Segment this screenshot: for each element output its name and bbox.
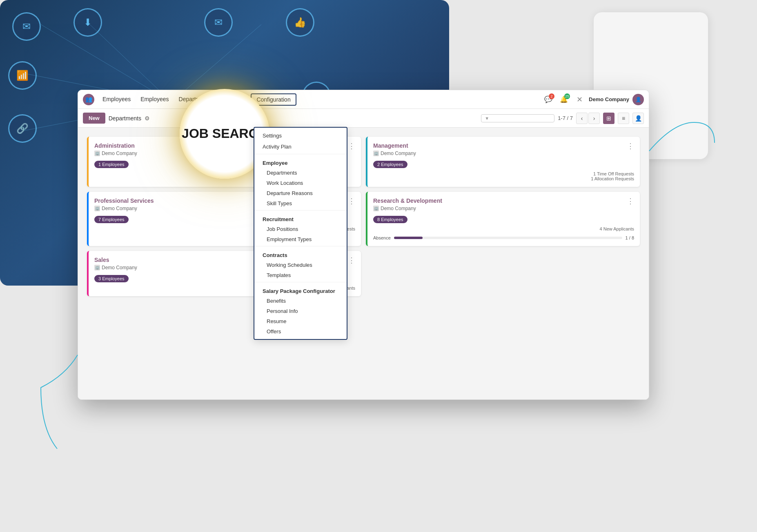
- menu-templates[interactable]: Templates: [254, 270, 347, 280]
- menu-personal-info[interactable]: Personal Info: [254, 306, 347, 316]
- sales-company-name: Demo Company: [102, 265, 137, 270]
- app-logo: 👥: [83, 94, 94, 105]
- section-recruitment: Recruitment: [254, 212, 347, 224]
- section-salary: Salary Package Configurator: [254, 284, 347, 296]
- menu-departments[interactable]: Departments: [254, 168, 347, 178]
- sales-emp-badge[interactable]: 3 Employees: [94, 275, 129, 282]
- nav-right-area: 💬 2 🔔 25 ✕ Demo Company 👤: [542, 93, 644, 106]
- card-management-company: 🏢 Demo Company: [373, 151, 634, 156]
- card-rd-header: Research & Development ⋮: [373, 197, 634, 204]
- navbar: 👥 Employees Employees Departments Report…: [78, 90, 649, 109]
- card-sales-title[interactable]: Sales: [94, 257, 109, 263]
- menu-settings[interactable]: Settings: [254, 130, 347, 141]
- search-container: ▼: [481, 114, 554, 122]
- absence-count: 1 / 8: [626, 235, 634, 240]
- card-professional-more[interactable]: ⋮: [348, 197, 355, 205]
- rd-emp-badge[interactable]: 8 Employees: [373, 216, 407, 223]
- menu-work-locations[interactable]: Work Locations: [254, 178, 347, 188]
- notif-badge: 25: [564, 93, 570, 99]
- divider-2: [254, 210, 347, 211]
- card-administration-title[interactable]: Administration: [94, 142, 135, 149]
- management-requests: 1 Time Off Requests 1 Allocation Request…: [373, 171, 634, 181]
- management-allocation: 1 Allocation Requests: [373, 176, 634, 181]
- absence-fill: [394, 237, 423, 239]
- card-professional-title[interactable]: Professional Services: [94, 197, 154, 204]
- section-contracts: Contracts: [254, 248, 347, 260]
- svg-text:👥: 👥: [85, 96, 93, 103]
- management-emp-badge[interactable]: 2 Employees: [373, 161, 407, 168]
- app-window: 👥 Employees Employees Departments Report…: [78, 90, 649, 400]
- menu-departure-reasons[interactable]: Departure Reasons: [254, 188, 347, 198]
- divider-3: [254, 246, 347, 246]
- config-dropdown-menu: Settings Activity Plan Employee Departme…: [254, 127, 347, 340]
- card-rd-title[interactable]: Research & Development: [373, 197, 442, 204]
- avatar-icon: 👤: [635, 97, 641, 102]
- rd-absence-bar: Absence 1 / 8: [373, 235, 634, 240]
- nav-employees-main[interactable]: Employees: [98, 90, 136, 109]
- rd-company-icon: 🏢: [373, 206, 379, 211]
- card-administration-more[interactable]: ⋮: [348, 142, 355, 150]
- settings-gear-icon[interactable]: ⚙: [145, 115, 150, 122]
- nav-employees-sub[interactable]: Employees: [136, 90, 174, 109]
- card-management-more[interactable]: ⋮: [627, 142, 634, 150]
- menu-offers[interactable]: Offers: [254, 326, 347, 337]
- menu-employment-types[interactable]: Employment Types: [254, 234, 347, 244]
- kanban-grid: Administration ⋮ 🏢 Demo Company 1 Employ…: [78, 128, 649, 399]
- section-employee: Employee: [254, 156, 347, 168]
- absence-label: Absence: [373, 235, 391, 240]
- card-sales-more[interactable]: ⋮: [348, 257, 355, 264]
- professional-company-icon: 🏢: [94, 206, 100, 211]
- activity-view-button[interactable]: 👤: [632, 113, 644, 124]
- user-avatar[interactable]: 👤: [632, 94, 644, 105]
- card-research-development: Research & Development ⋮ 🏢 Demo Company …: [366, 192, 640, 246]
- card-rd-company: 🏢 Demo Company: [373, 206, 634, 211]
- pagination-controls: ‹ ›: [576, 113, 600, 124]
- company-icon: 🏢: [94, 151, 100, 156]
- management-company-name: Demo Company: [381, 151, 416, 156]
- close-button[interactable]: ✕: [573, 93, 586, 106]
- card-rd-more[interactable]: ⋮: [627, 197, 634, 205]
- card-management: Management ⋮ 🏢 Demo Company 2 Employees …: [366, 137, 640, 187]
- professional-emp-badge[interactable]: 7 Employees: [94, 216, 129, 223]
- menu-resume[interactable]: Resume: [254, 316, 347, 326]
- professional-company-name: Demo Company: [102, 206, 137, 211]
- next-page-button[interactable]: ›: [588, 113, 600, 124]
- list-view-button[interactable]: ≡: [618, 113, 629, 124]
- notification-button[interactable]: 🔔 25: [558, 93, 570, 106]
- card-management-header: Management ⋮: [373, 142, 634, 149]
- chat-button[interactable]: 💬 2: [542, 93, 554, 106]
- divider-4: [254, 282, 347, 282]
- menu-working-schedules[interactable]: Working Schedules: [254, 260, 347, 270]
- kanban-view-button[interactable]: ⊞: [603, 113, 615, 124]
- administration-company-name: Demo Company: [102, 151, 137, 156]
- pagination-info: 1-7 / 7: [558, 115, 573, 121]
- card-management-title[interactable]: Management: [373, 142, 408, 149]
- chat-badge: 2: [549, 93, 554, 99]
- prev-page-button[interactable]: ‹: [576, 113, 588, 124]
- view-label: Departments: [109, 115, 141, 122]
- menu-activity-plan[interactable]: Activity Plan: [254, 141, 347, 152]
- toolbar: New Departments ⚙ ▼ 1-7 / 7 ‹ › ⊞ ≡ 👤: [78, 109, 649, 128]
- menu-benefits[interactable]: Benefits: [254, 296, 347, 306]
- rd-requests: 4 New Applicants: [373, 226, 634, 231]
- menu-skill-types[interactable]: Skill Types: [254, 198, 347, 208]
- sales-company-icon: 🏢: [94, 265, 100, 270]
- rd-applicants: 4 New Applicants: [373, 226, 634, 231]
- menu-job-positions[interactable]: Job Positions: [254, 224, 347, 234]
- management-time-off: 1 Time Off Requests: [373, 171, 634, 176]
- rd-company-name: Demo Company: [381, 206, 416, 211]
- divider-1: [254, 154, 347, 154]
- new-button[interactable]: New: [83, 113, 105, 124]
- absence-track: [394, 237, 622, 239]
- administration-emp-badge[interactable]: 1 Employees: [94, 161, 129, 168]
- management-company-icon: 🏢: [373, 151, 379, 156]
- company-name: Demo Company: [589, 96, 629, 102]
- search-dropdown-icon: ▼: [485, 116, 489, 121]
